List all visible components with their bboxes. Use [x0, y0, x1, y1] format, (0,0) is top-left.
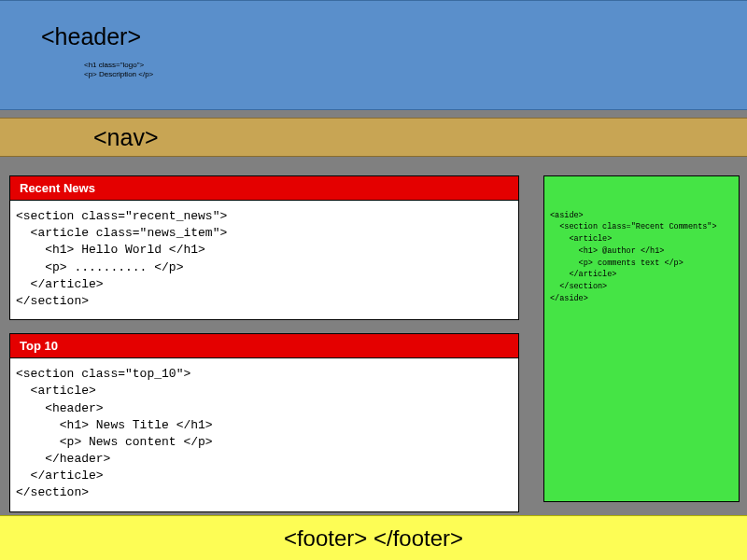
nav-region: <nav> — [0, 118, 747, 157]
recent-news-card-body: <section class="recent_news"> <article c… — [10, 201, 518, 319]
footer-tag-label: <footer> </footer> — [284, 525, 463, 552]
header-subcode: <h1 class="logo"> <p> Description </p> — [84, 61, 153, 80]
top-10-card: Top 10 <section class="top_10"> <article… — [9, 333, 519, 512]
header-tag-label: <header> — [41, 23, 141, 50]
recent-news-card: Recent News <section class="recent_news"… — [9, 175, 519, 320]
recent-news-card-title: Recent News — [10, 176, 518, 201]
top-10-card-title: Top 10 — [10, 334, 518, 358]
nav-tag-label: <nav> — [93, 124, 159, 151]
aside-region: <aside> <section class="Recent Comments"… — [543, 175, 740, 502]
top-10-card-body: <section class="top_10"> <article> <head… — [10, 358, 518, 511]
footer-region: <footer> </footer> — [0, 515, 747, 560]
header-sub-line1: <h1 class="logo"> — [84, 61, 153, 70]
header-sub-line2: <p> Description </p> — [84, 70, 153, 79]
main-content-column: Recent News <section class="recent_news"… — [9, 175, 519, 525]
header-region: <header> <h1 class="logo"> <p> Descripti… — [0, 0, 747, 110]
aside-body: <aside> <section class="Recent Comments"… — [550, 210, 735, 305]
